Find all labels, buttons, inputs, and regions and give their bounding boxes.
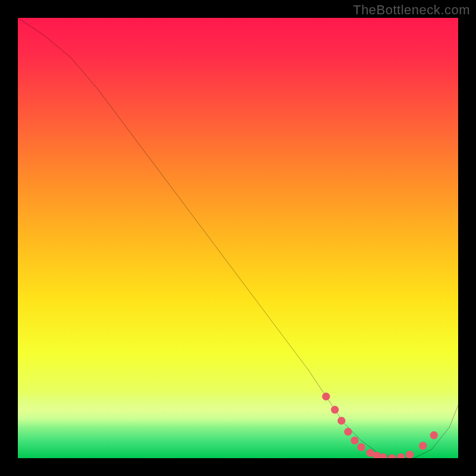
curve-marker	[331, 406, 339, 414]
curve-layer	[18, 18, 458, 458]
curve-markers	[322, 393, 438, 458]
watermark-text: TheBottleneck.com	[353, 2, 470, 18]
curve-marker	[358, 443, 365, 451]
curve-marker	[397, 453, 405, 458]
curve-marker	[337, 416, 345, 424]
curve-marker	[406, 450, 414, 458]
curve-marker	[380, 453, 387, 458]
curve-marker	[430, 431, 438, 439]
plot-area	[18, 18, 458, 458]
chart-stage: TheBottleneck.com	[0, 0, 476, 476]
curve-marker	[388, 454, 396, 458]
curve-marker	[419, 442, 427, 450]
bottleneck-curve-path	[18, 18, 458, 458]
curve-marker	[322, 393, 330, 400]
curve-marker	[344, 428, 352, 436]
curve-marker	[350, 437, 358, 444]
